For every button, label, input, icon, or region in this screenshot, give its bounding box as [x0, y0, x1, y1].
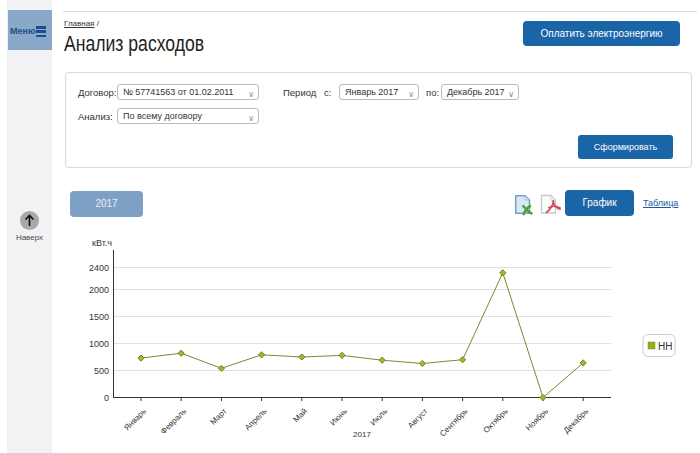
svg-text:500: 500 — [94, 366, 109, 376]
svg-text:Июль: Июль — [368, 407, 389, 428]
svg-text:Декабрь: Декабрь — [562, 407, 590, 435]
svg-text:Июнь: Июнь — [328, 407, 349, 428]
svg-text:Ноябрь: Ноябрь — [524, 407, 550, 433]
svg-text:Сентябрь: Сентябрь — [438, 407, 470, 439]
svg-text:1000: 1000 — [89, 339, 109, 349]
svg-text:0: 0 — [104, 393, 109, 403]
svg-text:Февраль: Февраль — [159, 407, 188, 436]
svg-text:2000: 2000 — [89, 285, 109, 295]
svg-text:2400: 2400 — [89, 263, 109, 273]
svg-text:Май: Май — [291, 407, 308, 424]
svg-text:Апрель: Апрель — [243, 407, 269, 433]
svg-text:Январь: Январь — [122, 407, 148, 433]
svg-text:кВт.ч: кВт.ч — [92, 238, 112, 248]
svg-text:НН: НН — [658, 341, 672, 352]
svg-text:Август: Август — [406, 406, 430, 430]
svg-text:Март: Март — [209, 406, 229, 426]
svg-text:Октябрь: Октябрь — [482, 407, 510, 435]
svg-text:2017: 2017 — [353, 430, 371, 439]
svg-text:1500: 1500 — [89, 312, 109, 322]
